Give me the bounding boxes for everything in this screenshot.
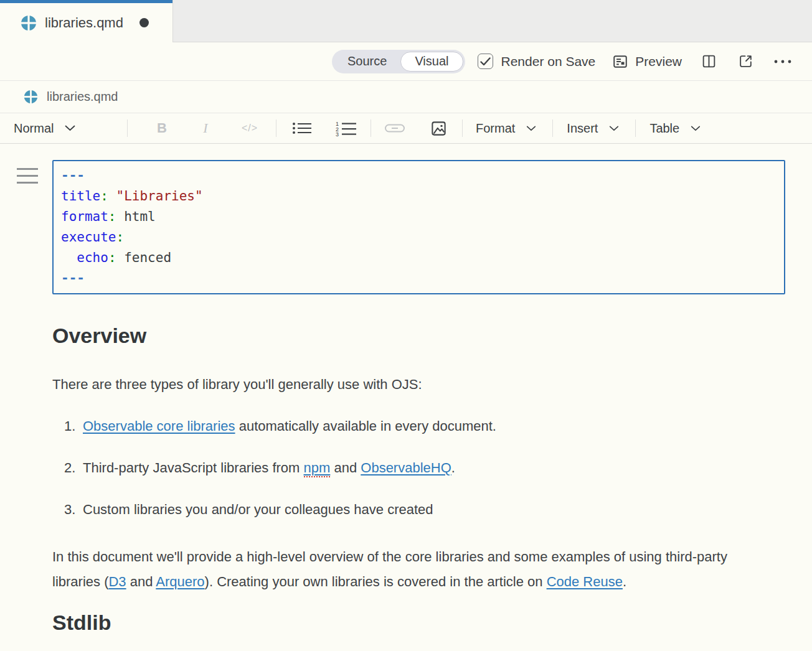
split-editor-button[interactable] [701,54,717,69]
quarto-icon [24,90,38,104]
link-button[interactable] [384,121,405,135]
intro-paragraph[interactable]: There are three types of library you'll … [52,375,763,394]
text-link[interactable]: Arquero [156,574,204,589]
text-link[interactable]: Code Reuse [547,574,623,589]
toolbar-divider [276,119,276,137]
breadcrumb: libraries.qmd [0,81,812,113]
text-run: Third-party JavaScript libraries from [83,460,304,475]
text-run: . [623,574,626,589]
link-icon [384,121,405,135]
text-run: . [451,460,455,475]
bullet-list-icon [292,121,312,136]
format-menu-label: Format [476,121,515,136]
render-on-save-checkbox[interactable] [478,54,493,69]
list-item-text: Custom libraries you and/or your colleag… [83,500,433,519]
bold-button[interactable]: B [151,120,172,136]
list-item-text: Observable core libraries automatically … [83,417,496,436]
text-link[interactable]: npm [304,460,331,477]
chevron-down-icon [609,126,619,131]
svg-text:3: 3 [336,131,339,136]
toolbar-divider [127,119,128,137]
toolbar-divider [371,119,371,137]
heading-stdlib[interactable]: Stdlib [52,610,787,635]
text-link[interactable]: ObservableHQ [361,460,451,475]
text-run: and [126,574,156,589]
table-menu[interactable]: Table [649,121,701,136]
source-visual-toggle: Source Visual [332,50,465,73]
list-number: 1. [64,417,83,436]
yaml-line: title: "Libraries" [61,186,777,207]
editor-toolbar: Source Visual Render on Save Preview [0,42,812,81]
chevron-down-icon [691,126,701,131]
text-run: automatically available in every documen… [235,418,496,434]
yaml-line: echo: fenced [61,248,777,268]
preview-label: Preview [635,54,682,69]
quarto-icon [21,15,37,31]
list-item[interactable]: 3. Custom libraries you and/or your coll… [64,500,787,519]
checkmark-icon [480,57,491,66]
insert-menu[interactable]: Insert [567,121,619,136]
text-link[interactable]: D3 [108,574,126,589]
list-number: 2. [64,459,83,477]
yaml-line: format: html [61,207,777,227]
tab-bar-empty-area [172,0,812,42]
unsaved-dot-icon [139,18,149,27]
insert-menu-label: Insert [567,121,598,136]
split-columns-icon [701,54,717,69]
inline-code-button[interactable]: </> [237,123,262,134]
source-mode-button[interactable]: Source [334,52,400,72]
heading-overview[interactable]: Overview [52,323,787,348]
visual-mode-button[interactable]: Visual [400,52,463,72]
italic-button[interactable]: I [195,120,216,136]
library-types-list: 1. Observable core libraries automatical… [52,417,787,519]
tab-title: libraries.qmd [45,15,123,31]
paragraph-style-value: Normal [14,121,54,136]
yaml-front-matter-block[interactable]: ---title: "Libraries"format: htmlexecute… [52,160,785,294]
toolbar-divider [552,119,553,137]
text-run: ). Creating your own libraries is covere… [205,574,547,589]
closing-paragraph[interactable]: In this document we'll provide a high-le… [52,545,763,594]
ellipsis-icon [773,59,792,64]
format-menu[interactable]: Format [476,121,536,136]
preview-icon [611,54,629,70]
bullet-list-button[interactable] [292,121,312,136]
text-run: and [330,460,361,475]
external-link-icon [738,54,753,69]
format-toolbar: Normal B I </> 1 2 3 [0,113,812,144]
image-icon [430,120,447,137]
text-link[interactable]: Observable core libraries [83,418,235,434]
chevron-down-icon [526,126,536,131]
text-run: Custom libraries you and/or your colleag… [83,502,433,517]
breadcrumb-filename[interactable]: libraries.qmd [47,90,118,104]
editor-canvas[interactable]: ---title: "Libraries"format: htmlexecute… [0,144,812,635]
yaml-line: execute: [61,227,777,248]
numbered-list-button[interactable]: 1 2 3 [336,120,357,136]
list-item[interactable]: 1. Observable core libraries automatical… [64,417,787,436]
chevron-down-icon [65,125,75,131]
list-item[interactable]: 2. Third-party JavaScript libraries from… [64,459,787,477]
tab-bar: libraries.qmd [0,0,812,42]
yaml-line: --- [61,166,777,186]
preview-button[interactable]: Preview [611,54,682,70]
block-options-handle[interactable] [17,168,38,189]
open-in-new-window-button[interactable] [738,54,753,69]
toolbar-divider [462,119,463,137]
more-options-button[interactable] [773,59,792,64]
yaml-line: --- [61,268,777,289]
list-item-text: Third-party JavaScript libraries from np… [83,459,455,477]
list-number: 3. [64,500,83,519]
tab-libraries-qmd[interactable]: libraries.qmd [0,0,172,42]
render-on-save-label: Render on Save [501,54,596,69]
image-button[interactable] [430,120,447,137]
numbered-list-icon: 1 2 3 [336,120,357,136]
paragraph-style-dropdown[interactable]: Normal [14,121,127,136]
toolbar-divider [635,119,636,137]
table-menu-label: Table [649,121,679,136]
